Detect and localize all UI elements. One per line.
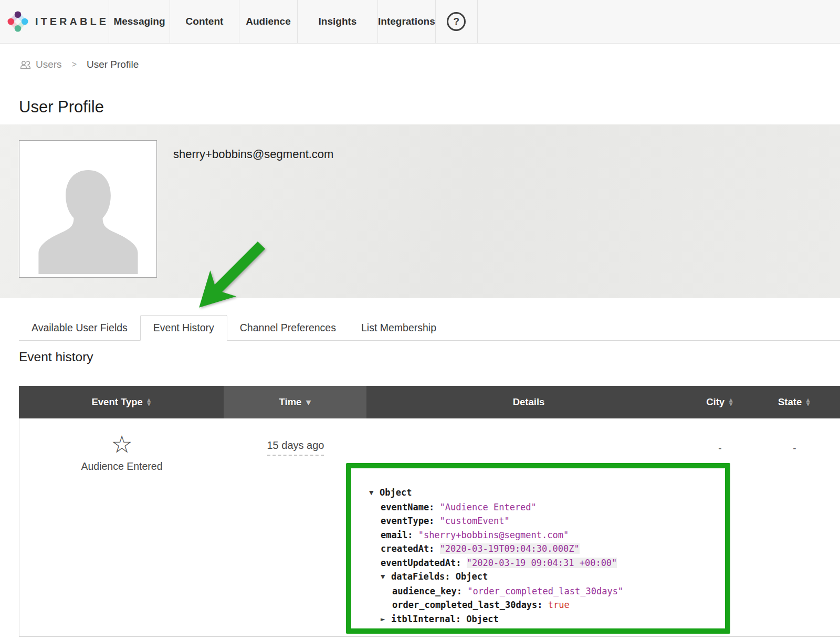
sort-icon[interactable]: ▲▼: [147, 398, 151, 406]
json-value: "2020-03-19T09:04:30.000Z": [440, 543, 580, 554]
column-label: Event Type: [91, 396, 142, 408]
nav-item-audience[interactable]: Audience: [239, 0, 298, 43]
nav-label: Integrations: [378, 16, 435, 27]
table-row: ☆ Audience Entered 15 days ago ▼Objectev…: [19, 418, 840, 637]
json-tree-line: ▼Object: [369, 486, 721, 500]
json-value: "2020-03-19 09:04:31 +00:00": [467, 558, 617, 568]
event-details-json-tree: ▼ObjecteventName: "Audience Entered"even…: [351, 468, 725, 631]
tab-label: List Membership: [361, 322, 436, 334]
sort-icon[interactable]: ▼: [306, 399, 311, 406]
json-object-label: Object: [466, 614, 498, 624]
annotation-highlight-box: ▼ObjecteventName: "Audience Entered"even…: [346, 463, 730, 634]
state-value: -: [749, 443, 840, 454]
json-value: "sherry+bobbins@segment.com": [418, 530, 569, 540]
column-label: City: [706, 396, 724, 408]
nav-item-insights[interactable]: Insights: [298, 0, 378, 43]
json-tree-line: eventName: "Audience Entered": [369, 500, 721, 515]
json-tree-line: ►itblInternal: Object: [369, 612, 721, 627]
json-tree-line: audience_key: "order_completed_last_30da…: [369, 584, 721, 599]
json-value: "order_completed_last_30days": [467, 586, 623, 596]
json-tree-line: eventType: "customEvent": [369, 514, 721, 528]
time-cell: 15 days ago: [224, 439, 367, 452]
breadcrumb-separator-icon: >: [68, 60, 81, 69]
help-button[interactable]: ?: [436, 0, 478, 43]
column-header-state[interactable]: State▲▼: [748, 386, 840, 418]
expand-toggle-icon[interactable]: ►: [381, 613, 391, 627]
json-tree-line: eventUpdatedAt: "2020-03-19 09:04:31 +00…: [369, 556, 721, 570]
column-header-time[interactable]: Time▼: [224, 386, 366, 418]
column-label: State: [778, 396, 802, 408]
event-type-cell: ☆ Audience Entered: [19, 432, 224, 473]
iterable-logo-icon: [7, 9, 28, 34]
avatar: [19, 140, 157, 278]
table-header-row: Event Type▲▼ Time▼ Details City▲▼ State▲…: [19, 386, 840, 418]
column-label: Time: [279, 396, 302, 408]
breadcrumb-current: User Profile: [87, 59, 139, 70]
time-value[interactable]: 15 days ago: [267, 439, 324, 456]
event-type-label: Audience Entered: [19, 460, 224, 473]
json-tree-line: order_completed_last_30days: true: [369, 598, 721, 612]
annotation-arrow: [184, 239, 278, 328]
json-key: order_completed_last_30days:: [392, 600, 548, 610]
json-value: "customEvent": [440, 516, 510, 526]
json-value: true: [548, 600, 570, 610]
json-tree-line: createdAt: "2020-03-19T09:04:30.000Z": [369, 542, 721, 556]
json-key: eventName:: [381, 502, 440, 512]
column-header-city[interactable]: City▲▼: [691, 386, 748, 418]
breadcrumb-users-link[interactable]: Users: [19, 59, 62, 70]
json-key: eventType:: [381, 516, 440, 526]
nav-label: Messaging: [113, 16, 165, 27]
json-object-label: Object: [380, 487, 412, 498]
tab-available-user-fields[interactable]: Available User Fields: [19, 315, 140, 340]
page-title: User Profile: [19, 98, 104, 117]
question-mark-icon: ?: [447, 12, 466, 31]
json-key: audience_key:: [392, 586, 467, 596]
json-key: createdAt:: [381, 543, 440, 554]
collapse-toggle-icon[interactable]: ▼: [369, 486, 380, 500]
tab-label: Available User Fields: [32, 322, 128, 334]
breadcrumb: Users > User Profile: [19, 59, 139, 70]
profile-header: sherry+bobbins@segment.com: [0, 124, 840, 298]
brand-home-link[interactable]: ITERABLE: [0, 0, 109, 43]
person-silhouette-icon: [30, 155, 146, 277]
column-header-details: Details: [366, 386, 691, 418]
user-profile-page: ITERABLE Messaging Content Audience Insi…: [0, 0, 840, 640]
event-history-table: Event Type▲▼ Time▼ Details City▲▼ State▲…: [19, 386, 840, 637]
nav-item-messaging[interactable]: Messaging: [109, 0, 170, 43]
event-history-heading: Event history: [19, 350, 93, 364]
profile-tabs: Available User Fields Event History Chan…: [19, 315, 840, 341]
sort-icon[interactable]: ▲▼: [729, 398, 733, 406]
json-key: eventUpdatedAt:: [381, 558, 467, 568]
json-tree-line: ▼dataFields: Object: [369, 570, 721, 584]
json-tree-line: email: "sherry+bobbins@segment.com": [369, 528, 721, 542]
json-value: "Audience Entered": [440, 502, 537, 512]
star-icon: ☆: [19, 432, 224, 456]
nav-label: Content: [186, 16, 224, 27]
tab-list-membership[interactable]: List Membership: [349, 315, 449, 340]
column-label: Details: [513, 396, 545, 408]
users-icon: [19, 60, 32, 70]
nav-label: Audience: [246, 16, 291, 27]
json-key: dataFields:: [391, 571, 456, 582]
city-value: -: [691, 443, 749, 454]
breadcrumb-users-label: Users: [36, 59, 62, 70]
top-nav: ITERABLE Messaging Content Audience Insi…: [0, 0, 840, 44]
nav-label: Insights: [319, 16, 357, 27]
brand-name: ITERABLE: [35, 16, 109, 28]
json-object-label: Object: [456, 571, 488, 582]
profile-email: sherry+bobbins@segment.com: [173, 148, 333, 161]
sort-icon[interactable]: ▲▼: [806, 398, 810, 406]
column-header-event-type[interactable]: Event Type▲▼: [19, 386, 224, 418]
json-key: email:: [381, 530, 418, 540]
json-key: itblInternal:: [391, 614, 466, 624]
nav-item-integrations[interactable]: Integrations: [378, 0, 436, 43]
collapse-toggle-icon[interactable]: ▼: [381, 570, 391, 584]
nav-item-content[interactable]: Content: [170, 0, 239, 43]
